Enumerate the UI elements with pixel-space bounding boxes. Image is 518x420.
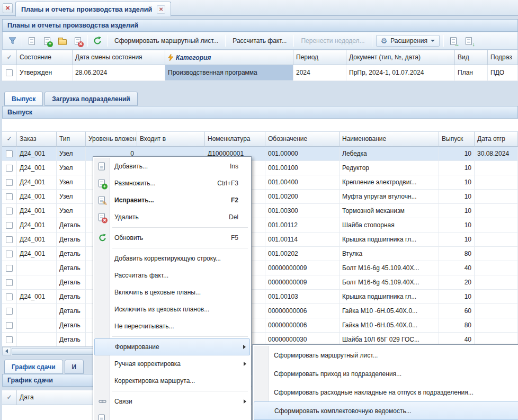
bottom-tabs: График сдачи И [2, 359, 84, 374]
check-column-header[interactable]: ✓ [2, 50, 17, 65]
row-checkbox[interactable] [2, 275, 17, 290]
menu-item-manual-correction[interactable]: Ручная корректировка [94, 355, 250, 372]
add-document-icon[interactable] [26, 35, 38, 47]
links-icon [99, 398, 106, 405]
column-header-parent[interactable]: Входит в [137, 131, 205, 147]
menu-item-edit[interactable]: ✎Исправить...F2 [94, 192, 250, 209]
column-header-level[interactable]: Уровень вложен [86, 131, 137, 147]
column-header-designation[interactable]: Обозначение [265, 131, 340, 147]
cell-qty: 10 [439, 233, 475, 247]
column-header-division[interactable]: Подраз [488, 50, 518, 65]
menu-item-forming[interactable]: Формирование [94, 338, 250, 355]
close-all-tabs-button[interactable]: ✕ [3, 3, 13, 13]
row-checkbox[interactable] [2, 175, 17, 190]
scroll-left-button[interactable] [2, 347, 11, 355]
calc-fact-button[interactable]: Рассчитать факт... [229, 35, 290, 47]
column-header-name[interactable]: Наименование [340, 131, 439, 147]
table-row[interactable]: Д24_001Деталь001.00112Шайба стопорная10 [2, 218, 518, 233]
open-folder-icon[interactable] [57, 35, 68, 47]
column-header-period[interactable]: Период [293, 50, 346, 65]
column-header-ship-date[interactable]: Дата отгр [475, 131, 518, 147]
make-route-sheet-button[interactable]: Сформировать маршрутный лист... [111, 35, 221, 47]
row-checkbox[interactable] [2, 218, 17, 233]
move-unfinished-button: Перенести недодел... [298, 35, 368, 47]
table-row[interactable]: Д24_001Деталь001.00114Крышка подшипника … [2, 233, 518, 247]
row-checkbox[interactable] [2, 204, 17, 218]
table-row[interactable]: Д24_001Узел001.00200Муфта упругая втулоч… [2, 190, 518, 204]
menu-item-no-recalc[interactable]: Не пересчитывать... [94, 318, 250, 335]
document-tab[interactable]: Планы и отчеты производства изделий ✕ [15, 2, 171, 16]
import-document-icon[interactable]: ↓ [463, 35, 475, 47]
column-header-order[interactable]: Заказ [17, 131, 57, 147]
delete-document-icon[interactable]: ✕ [72, 35, 84, 47]
tab-delivery-schedule[interactable]: График сдачи [4, 360, 63, 374]
tab-load-divisions[interactable]: Загрузка подразделений [44, 92, 137, 106]
check-column-header[interactable]: ✓ [2, 131, 17, 147]
menu-item-include-shop-plans[interactable]: Включить в цеховые планы... [94, 284, 250, 301]
cell-designation: 00000000009 [265, 261, 340, 275]
table-row[interactable]: Д24_001Узел001.00300Тормозной механизм10 [2, 204, 518, 218]
filter-icon[interactable] [6, 35, 18, 47]
row-checkbox[interactable] [2, 261, 17, 275]
column-header-kind[interactable]: Вид [455, 50, 488, 65]
table-row[interactable]: Деталь00000000009Болт М16-6g 45.109.40Х.… [2, 261, 518, 275]
row-checkbox[interactable] [2, 65, 17, 81]
tab-output[interactable]: Выпуск [4, 92, 43, 106]
table-row[interactable]: Деталь00000000009Болт М16-6g 45.109.40Х.… [2, 275, 518, 290]
submenu-item-expense-invoices[interactable]: Сформировать расходные накладные на отпу… [254, 383, 518, 401]
row-checkbox[interactable] [2, 318, 17, 333]
cell-type: Деталь [57, 247, 86, 261]
submenu-item-picking-list[interactable]: Сформировать комплектовочную ведомость..… [254, 401, 518, 420]
submenu-item-route-sheet[interactable]: Сформировать маршрутный лист... [254, 346, 518, 364]
submenu-item-receipt-from-division[interactable]: Сформировать приход из подразделения... [254, 364, 518, 383]
menu-item-calc-fact[interactable]: Рассчитать факт... [94, 267, 250, 284]
row-checkbox[interactable] [2, 233, 17, 247]
cell-designation: 001.00202 [265, 247, 340, 261]
duplicate-document-icon[interactable]: + [41, 35, 53, 47]
cell-name: Крепление электродвиг... [340, 175, 439, 190]
extensions-button[interactable]: ⚙ Расширения [376, 35, 440, 47]
table-row[interactable]: Д24_001Деталь001.00202Втулка80 [2, 247, 518, 261]
menu-item-delete[interactable]: ✕УдалитьDel [94, 209, 250, 226]
table-row[interactable]: Утвержден 28.06.2024 Производственная пр… [2, 65, 518, 81]
column-header-category[interactable]: Категория [165, 50, 293, 65]
table-row[interactable]: Д24_001Деталь001.00103Крышка подшипника … [2, 290, 518, 304]
column-header-nomenclature[interactable]: Номенклатура [205, 131, 265, 147]
table-row[interactable]: Деталь00000000006Гайка М10 -6Н.05.40Х.0.… [2, 318, 518, 333]
menu-item-route-correction[interactable]: Корректировка маршрута... [94, 372, 250, 389]
table-row[interactable]: Д24_001Узел001.00100Редуктор10 [2, 161, 518, 175]
refresh-icon[interactable] [92, 35, 103, 47]
menu-item-exclude-shop-plans[interactable]: Исключить из цеховых планов... [94, 301, 250, 318]
menu-item-links[interactable]: Связи [94, 393, 250, 410]
export-document-icon[interactable]: → [448, 35, 459, 47]
row-checkbox[interactable] [2, 290, 17, 304]
cell-qty: 10 [439, 290, 475, 304]
cell-qty: 10 [439, 218, 475, 233]
menu-item-duplicate[interactable]: +Размножить...Ctrl+F3 [94, 175, 250, 192]
output-panel-spacer [2, 119, 518, 131]
menu-item-refresh[interactable]: ОбновитьF5 [94, 229, 250, 246]
table-row[interactable]: Д24_001Узел001.00400Крепление электродви… [2, 175, 518, 190]
forming-submenu: Сформировать маршрутный лист... Сформиро… [252, 344, 518, 420]
row-checkbox[interactable] [2, 333, 17, 347]
column-header-state[interactable]: Состояние [17, 50, 73, 65]
column-header-document[interactable]: Документ (тип, №, дата) [346, 50, 455, 65]
check-column-header[interactable]: ✓ [2, 390, 17, 405]
tab-close-icon[interactable]: ✕ [157, 5, 165, 14]
column-header-state-date[interactable]: Дата смены состояния [73, 50, 165, 65]
menu-item-add[interactable]: Добавить...Ins [94, 158, 250, 175]
row-checkbox[interactable] [2, 304, 17, 318]
row-checkbox[interactable] [2, 147, 17, 161]
cell-order: Д24_001 [17, 247, 57, 261]
tab-second-partial[interactable]: И [65, 360, 84, 374]
toolbar-separator [22, 35, 22, 47]
row-checkbox[interactable] [2, 161, 17, 175]
menu-item-partial[interactable] [94, 410, 250, 420]
column-header-qty[interactable]: Выпуск [439, 131, 475, 147]
row-checkbox[interactable] [2, 190, 17, 204]
row-checkbox[interactable] [2, 247, 17, 261]
table-row[interactable]: Д24_001Узел0Д100000001001.00000Лебедка10… [2, 147, 518, 161]
menu-item-add-correction-row[interactable]: Добавить корректирующую строку... [94, 250, 250, 267]
table-row[interactable]: Деталь00000000006Гайка М10 -6Н.05.40Х.0.… [2, 304, 518, 318]
column-header-type[interactable]: Тип [57, 131, 86, 147]
